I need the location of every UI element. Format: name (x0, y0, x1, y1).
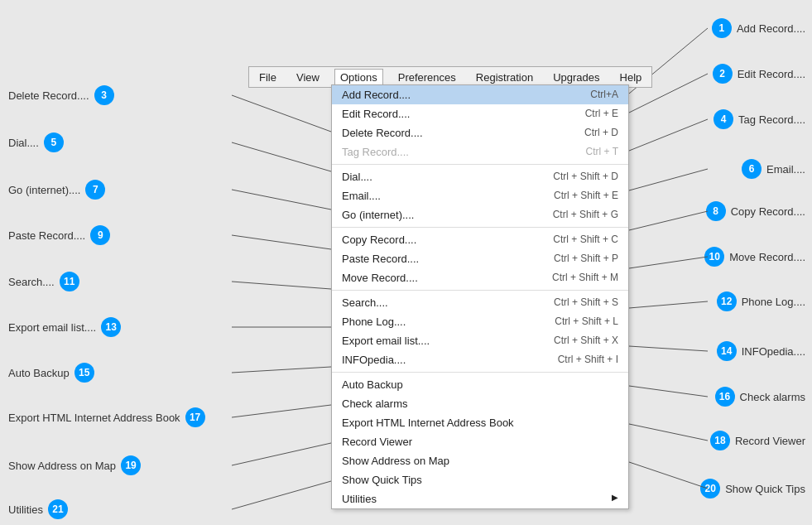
menu-item-label: Utilities (342, 493, 377, 505)
svg-line-19 (629, 424, 708, 441)
badge-6: 6 (742, 159, 762, 179)
badge-15: 15 (74, 363, 94, 383)
left-label-7: Go (internet).... (8, 184, 80, 196)
right-annotation-18: 18Record Viewer (710, 431, 812, 450)
menu-item-email----[interactable]: Email....Ctrl + Shift + E (332, 186, 628, 205)
menu-item-label: INFOpedia.... (342, 354, 406, 366)
menu-item-move-record----[interactable]: Move Record....Ctrl + Shift + M (332, 268, 628, 287)
menubar-item-help[interactable]: Help (615, 70, 647, 85)
shortcut-label: Ctrl + Shift + D (553, 171, 618, 183)
menu-item-search----[interactable]: Search....Ctrl + Shift + S (332, 293, 628, 312)
left-label-17: Export HTML Internet Address Book (8, 412, 180, 424)
badge-2: 2 (713, 64, 733, 84)
menu-item-label: Show Quick Tips (342, 474, 422, 486)
right-label-16: Check alarms (740, 391, 805, 403)
menu-item-label: Email.... (342, 190, 381, 202)
menu-item-label: Search.... (342, 296, 388, 309)
menu-item-delete-record----[interactable]: Delete Record....Ctrl + D (332, 123, 628, 142)
badge-21: 21 (48, 499, 68, 519)
dropdown-menu: Add Record....Ctrl+AEdit Record....Ctrl … (331, 84, 629, 509)
menu-separator (332, 372, 628, 373)
svg-line-1 (232, 142, 331, 171)
svg-line-15 (629, 257, 708, 268)
right-annotation-12: 12Phone Log.... (717, 291, 812, 311)
menubar-item-view[interactable]: View (291, 70, 324, 85)
right-label-2: Edit Record.... (738, 68, 805, 80)
menubar-item-registration[interactable]: Registration (471, 70, 538, 85)
shortcut-label: Ctrl + Shift + L (555, 315, 618, 328)
menu-item-copy-record----[interactable]: Copy Record....Ctrl + Shift + C (332, 230, 628, 249)
menu-item-dial----[interactable]: Dial....Ctrl + Shift + D (332, 167, 628, 186)
right-annotation-10: 10Move Record.... (704, 247, 812, 267)
svg-line-9 (232, 481, 331, 509)
badge-9: 9 (90, 225, 110, 245)
badge-8: 8 (706, 201, 726, 221)
menu-item-label: Go (internet).... (342, 209, 414, 221)
svg-line-13 (629, 169, 708, 190)
menu-item-show-quick-tips[interactable]: Show Quick Tips (332, 470, 628, 489)
menubar-item-preferences[interactable]: Preferences (393, 70, 461, 85)
menubar-item-options[interactable]: Options (334, 69, 383, 86)
svg-line-4 (232, 282, 331, 289)
right-annotation-4: 4Tag Record.... (714, 109, 812, 129)
left-annotation-21: Utilities21 (0, 499, 68, 519)
right-label-1: Add Record.... (737, 22, 805, 35)
menu-item-label: Paste Record.... (342, 253, 419, 265)
badge-13: 13 (101, 317, 121, 337)
menu-item-label: Export HTML Internet Address Book (342, 417, 514, 429)
shortcut-label: Ctrl + E (585, 108, 618, 120)
menubar-item-file[interactable]: File (254, 70, 281, 85)
left-annotation-3: Delete Record....3 (0, 85, 114, 105)
shortcut-label: Ctrl + Shift + C (553, 234, 618, 246)
left-annotation-5: Dial....5 (0, 132, 64, 152)
menu-item-infopedia----[interactable]: INFOpedia....Ctrl + Shift + I (332, 350, 628, 369)
menu-separator (332, 290, 628, 291)
badge-12: 12 (717, 291, 737, 311)
menu-item-phone-log----[interactable]: Phone Log....Ctrl + Shift + L (332, 312, 628, 331)
svg-line-20 (629, 462, 708, 489)
menu-item-paste-record----[interactable]: Paste Record....Ctrl + Shift + P (332, 249, 628, 268)
svg-line-14 (629, 211, 708, 230)
menu-separator (332, 227, 628, 228)
left-annotation-7: Go (internet)....7 (0, 180, 105, 200)
badge-7: 7 (85, 180, 105, 200)
menu-item-edit-record----[interactable]: Edit Record....Ctrl + E (332, 104, 628, 123)
badge-19: 19 (121, 455, 141, 475)
menu-item-go--internet-----[interactable]: Go (internet)....Ctrl + Shift + G (332, 205, 628, 224)
menu-item-utilities[interactable]: Utilities▶ (332, 489, 628, 508)
menu-item-record-viewer[interactable]: Record Viewer (332, 432, 628, 451)
left-label-9: Paste Record.... (8, 229, 85, 242)
right-annotation-16: 16Check alarms (715, 387, 812, 407)
svg-line-17 (629, 346, 708, 351)
badge-3: 3 (94, 85, 114, 105)
menubar-item-upgrades[interactable]: Upgrades (548, 70, 604, 85)
menu-item-show-address-on-map[interactable]: Show Address on Map (332, 451, 628, 470)
badge-5: 5 (44, 132, 64, 152)
menu-item-label: Copy Record.... (342, 234, 416, 246)
menu-item-label: Show Address on Map (342, 455, 449, 467)
svg-line-16 (629, 301, 708, 308)
menu-item-add-record----[interactable]: Add Record....Ctrl+A (332, 85, 628, 104)
menu-item-label: Export email list.... (342, 335, 430, 347)
menu-separator (332, 164, 628, 165)
badge-1: 1 (712, 18, 732, 38)
menu-item-export-html-internet-address-book[interactable]: Export HTML Internet Address Book (332, 413, 628, 432)
svg-line-12 (629, 119, 708, 151)
menu-item-check-alarms[interactable]: Check alarms (332, 394, 628, 413)
shortcut-label: Ctrl + D (584, 127, 618, 139)
menu-item-label: Delete Record.... (342, 127, 423, 139)
shortcut-label: Ctrl + Shift + X (554, 335, 618, 347)
menu-item-auto-backup[interactable]: Auto Backup (332, 375, 628, 394)
left-label-15: Auto Backup (8, 367, 70, 379)
right-label-18: Record Viewer (735, 435, 805, 447)
right-annotation-8: 8Copy Record.... (706, 201, 812, 221)
left-label-21: Utilities (8, 503, 43, 516)
menu-item-label: Record Viewer (342, 436, 412, 448)
menu-item-export-email-list----[interactable]: Export email list....Ctrl + Shift + X (332, 331, 628, 350)
badge-10: 10 (704, 247, 724, 267)
badge-16: 16 (715, 387, 735, 407)
right-annotation-2: 2Edit Record.... (713, 64, 812, 84)
menu-item-label: Auto Backup (342, 378, 403, 391)
right-annotation-14: 14INFOpedia.... (717, 341, 812, 361)
menu-item-label: Move Record.... (342, 272, 418, 284)
